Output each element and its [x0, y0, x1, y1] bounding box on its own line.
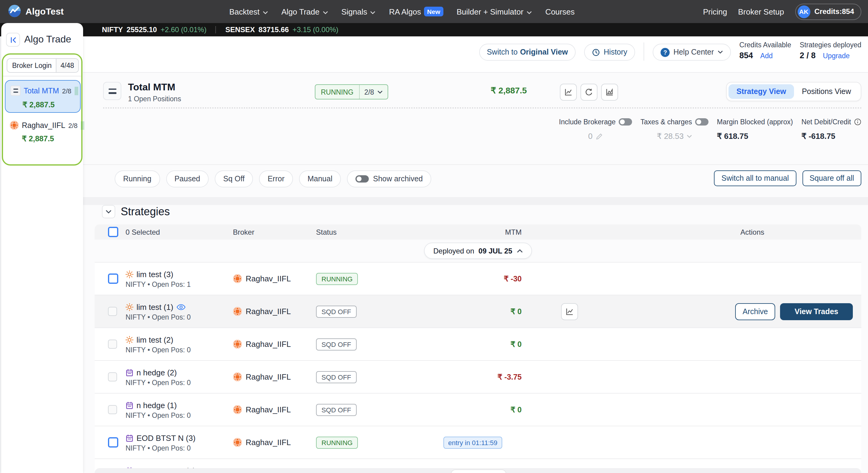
strategies-section: Strategies 0 Selected Broker Status MTM … [83, 205, 868, 473]
table-row[interactable]: n hedge (2)NIFTY • Open Pos: 0Raghav_IIF… [95, 360, 861, 393]
show-archived-toggle[interactable] [355, 175, 369, 183]
table-row[interactable]: lim test (1)NIFTY • Open Pos: 0Raghav_II… [95, 295, 861, 327]
help-center-button[interactable]: ? Help Center [653, 44, 731, 61]
upgrade-link[interactable]: Upgrade [823, 52, 849, 59]
nav-item-algo-trade[interactable]: Algo Trade [281, 7, 328, 16]
deployed-date: 09 JUL 25 [478, 247, 513, 255]
line-chart-icon [564, 88, 572, 96]
row-checkbox[interactable] [108, 340, 117, 349]
filter-pill-running[interactable]: Running [115, 170, 160, 187]
row-checkbox[interactable] [108, 274, 118, 284]
select-all-checkbox[interactable] [108, 227, 118, 237]
row-checkbox[interactable] [108, 437, 118, 447]
market-ticker: NIFTY 25525.10 +2.60 (0.01%) SENSEX 8371… [0, 23, 868, 36]
strategy-name: EOD BTST N (3) [136, 433, 196, 442]
account-item-raghav-iifl[interactable]: Raghav_IIFL2/8₹ 2,887.5 [5, 116, 80, 147]
nav-item-signals[interactable]: Signals [341, 7, 375, 16]
margin-blocked-metric: Margin Blocked (approx) ₹ 618.75 [717, 118, 793, 141]
status-label: RUNNING [315, 85, 359, 99]
nav-item-ra-algos[interactable]: RA AlgosNew [389, 7, 443, 17]
nav-broker-setup[interactable]: Broker Setup [738, 7, 784, 16]
nav-pricing[interactable]: Pricing [703, 7, 727, 16]
nav-item-backtest[interactable]: Backtest [229, 7, 268, 16]
status-ratio: 2/8 [364, 88, 374, 96]
next-group-pill-partial[interactable] [451, 469, 506, 473]
filter-pill-sq-off[interactable]: Sq Off [215, 170, 253, 187]
tab-positions-view[interactable]: Positions View [794, 84, 859, 99]
tab-strategy-view[interactable]: Strategy View [728, 84, 794, 99]
history-button[interactable]: History [584, 44, 636, 61]
chevron-down-icon [262, 7, 268, 16]
row-checkbox[interactable] [108, 405, 117, 414]
entry-countdown-badge: entry in 01:11:59 [443, 436, 502, 448]
filter-pill-paused[interactable]: Paused [166, 170, 209, 187]
include-brokerage-metric: Include Brokerage 0 [559, 118, 632, 141]
table-row[interactable]: lim test (3)NIFTY • Open Pos: 1Raghav_II… [95, 262, 861, 295]
deployed-date-pill[interactable]: Deployed on 09 JUL 25 [424, 243, 532, 259]
status-filter-pills: RunningPausedSq OffErrorManualShow archi… [115, 170, 431, 187]
chevron-down-icon [527, 7, 532, 16]
area-chart-icon [606, 88, 614, 96]
filter-pill-error[interactable]: Error [259, 170, 293, 187]
brokerage-value: 0 [588, 132, 592, 141]
nav-item-label: Signals [341, 7, 367, 16]
include-brokerage-toggle[interactable] [619, 118, 632, 126]
archive-button[interactable]: Archive [736, 303, 775, 320]
view-trades-button[interactable]: View Trades [780, 303, 853, 320]
broker-login-button[interactable]: Broker Login 4/48 [7, 58, 79, 73]
drag-handle-icon[interactable] [103, 82, 121, 100]
strategy-subtitle: NIFTY • Open Pos: 0 [126, 379, 233, 386]
top-navbar: AlgoTest BacktestAlgo TradeSignalsRA Alg… [0, 0, 868, 23]
sidebar-title: Algo Trade [24, 34, 71, 45]
collapse-strategies-button[interactable] [102, 205, 115, 218]
page-header: Switch to Original View History ? Help C… [83, 36, 868, 73]
mtm-value: ₹ 0 [510, 406, 522, 414]
row-checkbox[interactable] [108, 307, 117, 316]
switch-all-to-manual-button[interactable]: Switch all to manual [714, 170, 796, 186]
account-credits-pill[interactable]: AK Credits:854 [795, 3, 861, 20]
line-chart-button[interactable] [560, 84, 577, 101]
eye-icon[interactable] [176, 304, 185, 310]
broker-name: Raghav_IIFL [246, 405, 291, 414]
switch-view-name: Original View [520, 48, 568, 56]
column-mtm: MTM [399, 228, 534, 236]
filter-pill-manual[interactable]: Manual [299, 170, 341, 187]
table-row[interactable]: EOD BTST N (3)NIFTY • Open Pos: 0Raghav_… [95, 426, 861, 459]
strategy-name: n hedge (1) [136, 401, 177, 410]
sun-icon [126, 303, 133, 311]
status-badge: SQD OFF [316, 305, 356, 317]
broker-login-count[interactable]: 4/48 [56, 59, 78, 72]
nav-item-builder-simulator[interactable]: Builder + Simulator [457, 7, 532, 16]
switch-view-button[interactable]: Switch to Original View [479, 44, 576, 61]
status-badge: SQD OFF [316, 371, 356, 383]
row-chart-button[interactable] [561, 303, 578, 320]
pencil-icon[interactable] [596, 132, 603, 140]
total-mtm-value: ₹ 2,887.5 [491, 86, 527, 95]
nav-item-courses[interactable]: Courses [545, 7, 575, 16]
add-credits-link[interactable]: Add [760, 52, 773, 59]
table-row[interactable]: n hedge (1)NIFTY • Open Pos: 0Raghav_IIF… [95, 393, 861, 426]
refresh-button[interactable] [581, 84, 597, 101]
running-status-dropdown[interactable]: RUNNING 2/8 [315, 84, 388, 99]
broker-logo-icon [233, 405, 242, 414]
account-ratio: 2/8 [62, 87, 71, 94]
brand[interactable]: AlgoTest [8, 4, 64, 18]
chevron-down-icon[interactable] [687, 134, 692, 138]
avatar[interactable]: AK [797, 5, 810, 18]
account-pnl: ₹ 2,887.5 [5, 130, 80, 143]
area-chart-button[interactable] [601, 84, 618, 101]
account-item-total-mtm[interactable]: Total MTM2/8₹ 2,887.5 [5, 80, 81, 113]
ticker-divider [216, 26, 216, 33]
ticker-change: +3.15 (0.00%) [292, 26, 338, 34]
taxes-charges-toggle[interactable] [695, 118, 709, 126]
show-archived-toggle-pill[interactable]: Show archived [347, 170, 431, 187]
credits-available-label: Credits Available [739, 41, 791, 49]
bulk-actions: Switch all to manual Square off all [714, 170, 861, 186]
account-ratio: 2/8 [68, 122, 78, 129]
square-off-all-button[interactable]: Square off all [802, 170, 861, 186]
table-row[interactable]: lim test (2)NIFTY • Open Pos: 0Raghav_II… [95, 327, 861, 360]
nav-item-label: Courses [545, 7, 575, 16]
row-checkbox[interactable] [108, 372, 117, 381]
info-icon[interactable] [854, 118, 861, 126]
sidebar-collapse-button[interactable] [6, 33, 20, 47]
